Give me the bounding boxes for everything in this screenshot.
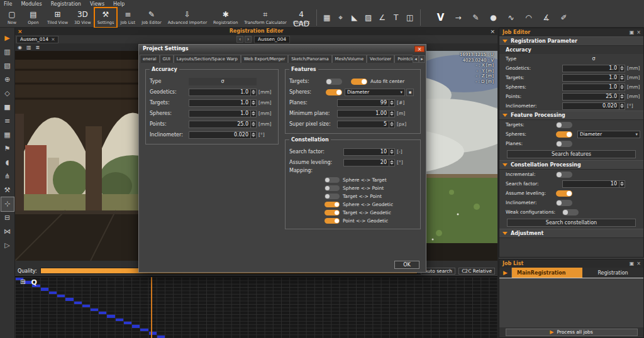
value-input[interactable]: 1.0 bbox=[562, 65, 625, 72]
image-tool-icon[interactable]: ▦ bbox=[320, 11, 334, 25]
process-all-jobs-button[interactable]: ▶ Process all jobs bbox=[506, 329, 638, 336]
line-tool-icon[interactable]: → bbox=[452, 11, 465, 25]
matrix-cell[interactable] bbox=[124, 322, 131, 324]
tab-right-image[interactable]: Aussen_004 bbox=[254, 36, 290, 43]
dialog-close-button[interactable]: × bbox=[414, 46, 425, 52]
spheres-toggle[interactable] bbox=[556, 131, 572, 138]
spinner[interactable] bbox=[619, 84, 625, 90]
matrix-cell[interactable] bbox=[41, 288, 48, 290]
c2c-relative-button[interactable]: C2C Relative bbox=[458, 268, 495, 275]
inclinometer-toggle[interactable] bbox=[556, 200, 572, 206]
paint-tool-icon[interactable]: ✐ bbox=[557, 11, 571, 25]
close-icon[interactable]: × bbox=[636, 30, 641, 35]
matrix-cell[interactable] bbox=[99, 312, 106, 314]
mapping-toggle[interactable] bbox=[325, 177, 340, 183]
spinner[interactable] bbox=[250, 111, 256, 117]
cylinder-tool-icon[interactable]: ◫ bbox=[403, 11, 417, 25]
incremental-toggle[interactable] bbox=[556, 172, 572, 178]
polyline-tool-icon[interactable]: ∿ bbox=[504, 11, 518, 25]
search-constellation-button[interactable]: Search constellation bbox=[507, 219, 636, 227]
cube-icon[interactable]: ■ bbox=[1, 101, 14, 114]
matrix-cell[interactable] bbox=[157, 335, 165, 338]
job-tab-registration[interactable]: Registration bbox=[582, 268, 643, 278]
target-tool-icon[interactable]: ⌖ bbox=[334, 11, 348, 25]
sphere-diameter-dropdown[interactable]: Diameter ▾ bbox=[577, 131, 640, 138]
spinner[interactable] bbox=[250, 132, 256, 138]
section-constellation-processing[interactable]: Constellation Processing bbox=[499, 160, 643, 170]
value-input[interactable]: 10 bbox=[343, 148, 395, 156]
layers-icon[interactable]: ≣ bbox=[36, 45, 40, 50]
connect-button[interactable]: 4 CAD Connect bbox=[291, 8, 313, 27]
flag-icon[interactable]: ⚑ bbox=[1, 142, 14, 156]
tab-pointcloud-export[interactable]: Pointcloud Export bbox=[394, 55, 413, 63]
matrix-cell[interactable] bbox=[91, 308, 98, 311]
undock-icon[interactable]: ▣ bbox=[630, 30, 635, 35]
spinner[interactable] bbox=[389, 111, 394, 117]
3d-view-button[interactable]: 3D 3D View bbox=[72, 8, 94, 27]
mapping-toggle[interactable] bbox=[325, 218, 340, 224]
section-adjustment[interactable]: Adjustment bbox=[499, 229, 643, 238]
mapping-toggle[interactable] bbox=[325, 194, 340, 199]
slope-tool-icon[interactable]: ◣ bbox=[348, 11, 362, 25]
value-input[interactable]: 99 bbox=[337, 99, 395, 107]
spinner[interactable] bbox=[619, 94, 625, 100]
targets-toggle[interactable] bbox=[326, 79, 342, 85]
tab-layouts[interactable]: Layouts/Section/Space Warp bbox=[174, 55, 241, 63]
value-input[interactable]: 0.020 bbox=[562, 102, 625, 110]
value-input[interactable]: 1.0 bbox=[189, 99, 257, 107]
value-input[interactable]: 1.0 bbox=[189, 110, 257, 117]
settings-button[interactable]: ⚒ Settings bbox=[95, 8, 117, 27]
point-select-icon[interactable]: ⊹ bbox=[1, 197, 14, 211]
registration-button[interactable]: ✱ Registration bbox=[211, 8, 240, 27]
spinner[interactable] bbox=[389, 121, 394, 128]
tab-close-icon[interactable]: × bbox=[51, 36, 55, 43]
matrix-grid-icon[interactable]: ⊞ bbox=[20, 278, 25, 286]
auto-fit-center-toggle[interactable] bbox=[351, 79, 367, 85]
box-icon[interactable]: ▦ bbox=[1, 128, 14, 142]
spinner[interactable] bbox=[619, 75, 625, 81]
text-tool-icon[interactable]: T bbox=[389, 11, 403, 25]
prev-image-button[interactable]: ‹ bbox=[236, 36, 243, 43]
matrix-cell[interactable] bbox=[74, 302, 82, 304]
matrix-cell[interactable] bbox=[49, 292, 57, 294]
sphere-options-button[interactable]: ▪ bbox=[406, 89, 414, 96]
spinner[interactable] bbox=[389, 100, 394, 106]
job-list-body[interactable] bbox=[499, 278, 643, 327]
tab-scroll-right-icon[interactable]: ▸ bbox=[419, 55, 425, 63]
value-input[interactable]: 25.0 bbox=[189, 121, 257, 128]
section-feature-processing[interactable]: Feature Processing bbox=[499, 111, 643, 120]
vector-tool-icon[interactable]: V bbox=[434, 11, 448, 25]
panorama-icon[interactable]: ▥ bbox=[1, 45, 14, 59]
run-job-button[interactable]: ▶ bbox=[499, 268, 512, 278]
tiled-view-button[interactable]: ⊞ Tiled View bbox=[45, 8, 70, 27]
close-icon[interactable]: × bbox=[636, 261, 641, 266]
mapping-toggle[interactable] bbox=[325, 185, 340, 191]
weak-configurations-toggle[interactable] bbox=[562, 209, 579, 215]
menu-modules[interactable]: Modules bbox=[21, 1, 42, 7]
spinner[interactable] bbox=[389, 149, 394, 155]
tab-sketch-panorama[interactable]: Sketch/Panorama bbox=[288, 55, 331, 63]
tab-web-export[interactable]: Web Export/Merger bbox=[241, 55, 289, 63]
tab-general[interactable]: eneral bbox=[140, 55, 160, 63]
eye-icon[interactable]: ◉ bbox=[18, 45, 22, 50]
spinner[interactable] bbox=[250, 121, 256, 128]
search-features-button[interactable]: Search features bbox=[507, 150, 636, 158]
matrix-cell[interactable] bbox=[116, 319, 123, 321]
pen-tool-icon[interactable]: ✎ bbox=[469, 11, 483, 25]
matrix-cell[interactable] bbox=[149, 332, 157, 334]
assume-leveling-toggle[interactable] bbox=[556, 190, 572, 197]
menu-file[interactable]: File bbox=[4, 1, 12, 7]
spinner[interactable] bbox=[389, 160, 394, 166]
advanced-importer-button[interactable]: ⇩ Advanced Importer bbox=[165, 8, 209, 27]
matrix-cell[interactable] bbox=[132, 325, 140, 327]
open-button[interactable]: ▤ Open bbox=[23, 8, 43, 27]
link-icon[interactable]: ⋈ bbox=[1, 225, 14, 239]
spheres-toggle[interactable] bbox=[326, 89, 342, 95]
correlation-matrix[interactable] bbox=[15, 276, 497, 338]
spinner[interactable] bbox=[250, 89, 256, 95]
layers-icon[interactable]: ≡ bbox=[1, 114, 14, 128]
value-input[interactable]: 0.020 bbox=[189, 131, 257, 139]
value-input[interactable]: 5 bbox=[337, 121, 395, 128]
value-input[interactable]: 1.0 bbox=[562, 74, 625, 82]
next-icon[interactable]: ▷ bbox=[1, 239, 14, 253]
